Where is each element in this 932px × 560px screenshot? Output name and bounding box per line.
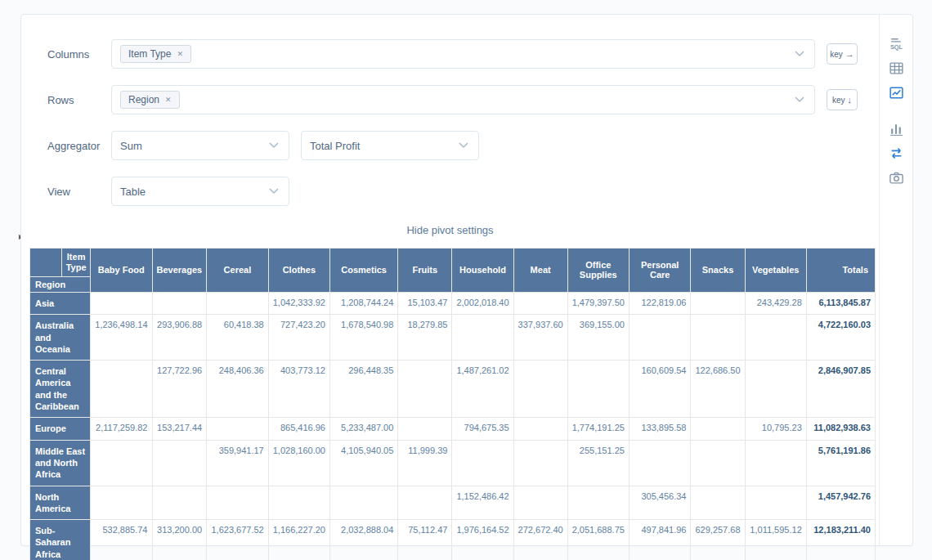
- aggregator-label: Aggregator: [47, 140, 111, 152]
- pivot-value-cell: 865,416.96: [268, 418, 329, 440]
- row-header: Australia and Oceania: [30, 315, 91, 361]
- pivot-value-cell: 369,155.00: [567, 315, 629, 361]
- pivot-value-cell: 2,051,688.75: [567, 520, 629, 560]
- pivot-value-cell: 153,217.44: [152, 418, 207, 440]
- column-header: Clothes: [268, 249, 329, 293]
- chevron-down-icon: [269, 188, 279, 195]
- column-header: Fruits: [398, 249, 452, 293]
- hide-pivot-settings-link[interactable]: Hide pivot settings: [21, 224, 879, 236]
- pivot-value-cell: [90, 292, 152, 314]
- pivot-row: Asia 1,042,333.921,208,744.2415,103.472,…: [30, 292, 876, 314]
- pivot-value-cell: 359,941.17: [207, 440, 269, 486]
- aggregator-field-value: Total Profit: [310, 140, 360, 152]
- bar-chart-icon[interactable]: [887, 119, 905, 137]
- pivot-value-cell: 2,117,259.82: [90, 418, 152, 440]
- pivot-value-cell: 337,937.60: [513, 315, 567, 361]
- row-total-cell: 12,183,211.40: [806, 520, 875, 560]
- columns-tag-label: Item Type: [128, 48, 171, 60]
- chevron-down-icon: [269, 142, 279, 149]
- pivot-value-cell: 1,487,261.02: [452, 361, 513, 418]
- view-icon-rail: SQL: [879, 15, 912, 545]
- content-card: Columns Item Type ✕ key →: [20, 14, 913, 546]
- corner-blank-cell: [30, 249, 62, 277]
- pivot-value-cell: [152, 486, 207, 520]
- pivot-value-cell: [691, 315, 745, 361]
- pivot-value-cell: 1,152,486.42: [452, 486, 513, 520]
- pivot-value-cell: [268, 486, 329, 520]
- pivot-value-cell: 1,976,164.52: [452, 520, 513, 560]
- pivot-value-cell: 2,002,018.40: [452, 292, 513, 314]
- pivot-value-cell: [629, 315, 691, 361]
- pivot-value-cell: 296,448.35: [329, 361, 397, 418]
- main-panel: Columns Item Type ✕ key →: [21, 15, 879, 545]
- pivot-value-cell: [513, 440, 567, 486]
- pivot-value-cell: [691, 292, 745, 314]
- pivot-value-cell: 403,773.12: [268, 361, 329, 418]
- aggregator-select[interactable]: Sum: [111, 131, 289, 160]
- pivot-value-cell: 4,105,940.05: [329, 440, 397, 486]
- pivot-row: Sub-Saharan Africa532,885.74313,200.001,…: [30, 520, 876, 560]
- pivot-value-cell: 305,456.34: [629, 486, 691, 520]
- pivot-value-cell: 1,042,333.92: [268, 292, 329, 314]
- pivot-value-cell: [90, 440, 152, 486]
- pivot-value-cell: 1,479,397.50: [567, 292, 629, 314]
- pivot-value-cell: 248,406.36: [207, 361, 269, 418]
- pivot-value-cell: 293,906.88: [152, 315, 207, 361]
- pivot-value-cell: [513, 418, 567, 440]
- columns-control-row: Columns Item Type ✕ key →: [47, 39, 858, 69]
- pivot-value-cell: 5,233,487.00: [329, 418, 397, 440]
- rows-tag-region[interactable]: Region ✕: [120, 91, 180, 109]
- pivot-table-wrap: Item TypeBaby FoodBeveragesCerealClothes…: [21, 248, 879, 560]
- pivot-value-cell: [398, 418, 452, 440]
- arrow-down-icon: ↓: [848, 95, 853, 105]
- pivot-value-cell: 255,151.25: [567, 440, 629, 486]
- columns-multiselect[interactable]: Item Type ✕: [111, 39, 815, 69]
- row-total-cell: 2,846,907.85: [806, 361, 875, 418]
- pivot-value-cell: 272,672.40: [513, 520, 567, 560]
- pivot-value-cell: [629, 440, 691, 486]
- pivot-value-cell: 2,032,888.04: [329, 520, 397, 560]
- pivot-value-cell: [207, 292, 269, 314]
- pivot-value-cell: 160,609.54: [629, 361, 691, 418]
- pivot-row: Australia and Oceania1,236,498.14293,906…: [30, 315, 876, 361]
- columns-key-order-button[interactable]: key →: [827, 43, 858, 65]
- column-header: Office Supplies: [567, 249, 629, 293]
- chart-icon[interactable]: [887, 83, 905, 101]
- pivot-row: Middle East and North Africa 359,941.171…: [30, 440, 876, 486]
- view-select[interactable]: Table: [111, 177, 289, 206]
- pivot-value-cell: 532,885.74: [90, 520, 152, 560]
- column-header: Beverages: [152, 249, 207, 293]
- sql-icon[interactable]: SQL: [887, 34, 905, 52]
- pivot-row: Europe2,117,259.82153,217.44 865,416.965…: [30, 418, 876, 440]
- pivot-app-page: ▸ Columns Item Type ✕ k: [0, 0, 932, 560]
- row-header: Asia: [30, 292, 91, 314]
- remove-tag-icon[interactable]: ✕: [165, 96, 172, 104]
- pivot-row: North America 1,152,486.42 305,456.34 1,…: [30, 486, 876, 520]
- pivot-value-cell: 122,686.50: [691, 361, 745, 418]
- remove-tag-icon[interactable]: ✕: [177, 50, 183, 58]
- rows-multiselect[interactable]: Region ✕: [111, 85, 815, 114]
- column-header: Cosmetics: [329, 249, 397, 293]
- column-header: Baby Food: [90, 249, 152, 293]
- pivot-value-cell: 122,819.06: [629, 292, 691, 314]
- columns-tag-item-type[interactable]: Item Type ✕: [120, 45, 191, 63]
- pivot-value-cell: [398, 361, 452, 418]
- row-header: Europe: [30, 418, 91, 440]
- pivot-value-cell: [691, 418, 745, 440]
- row-total-cell: 4,722,160.03: [806, 315, 875, 361]
- rows-label: Rows: [47, 94, 111, 106]
- pivot-value-cell: [513, 486, 567, 520]
- aggregator-field-select[interactable]: Total Profit: [301, 131, 479, 160]
- pivot-value-cell: [567, 486, 629, 520]
- column-header: Cereal: [207, 249, 269, 293]
- rows-key-order-button[interactable]: key ↓: [827, 89, 858, 110]
- pivot-value-cell: 1,623,677.52: [207, 520, 269, 560]
- pivot-value-cell: 243,429.28: [745, 292, 806, 314]
- pivot-value-cell: [452, 315, 513, 361]
- row-attribute-label: Region: [30, 276, 91, 292]
- table-icon[interactable]: [887, 59, 905, 77]
- transfer-icon[interactable]: [887, 144, 905, 162]
- camera-icon[interactable]: [887, 168, 905, 186]
- rows-tag-label: Region: [128, 94, 159, 105]
- pivot-value-cell: [398, 486, 452, 520]
